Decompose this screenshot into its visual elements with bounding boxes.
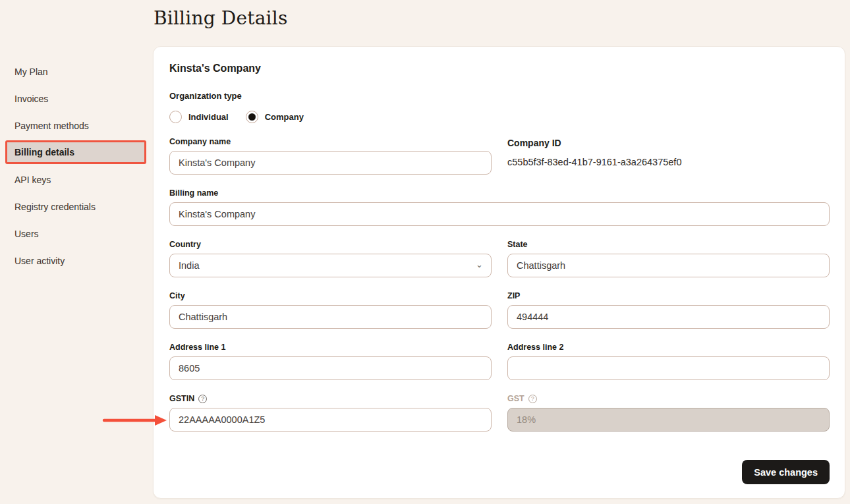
address-line-2-label: Address line 2 xyxy=(507,343,830,352)
billing-name-label: Billing name xyxy=(169,188,830,198)
country-select[interactable] xyxy=(169,254,492,277)
gst-label-text: GST xyxy=(507,394,524,403)
address-line-1-field-group: Address line 1 xyxy=(169,343,492,380)
radio-individual-icon[interactable] xyxy=(169,111,182,123)
state-input[interactable] xyxy=(507,254,830,277)
country-field-group: Country ⌄ xyxy=(169,240,492,277)
radio-company[interactable]: Company xyxy=(246,111,304,123)
state-label: State xyxy=(507,240,830,249)
sidebar-item-payment-methods[interactable]: Payment methods xyxy=(0,112,153,139)
billing-details-page: { "page": { "title": "Billing Details" }… xyxy=(0,0,850,504)
gst-input xyxy=(507,408,830,432)
help-icon[interactable]: ? xyxy=(198,395,207,403)
billing-details-card: Kinsta's Company Organization type Indiv… xyxy=(153,46,845,499)
sidebar-item-users[interactable]: Users xyxy=(0,220,153,247)
sidebar: My Plan Invoices Payment methods Billing… xyxy=(0,58,153,274)
sidebar-item-invoices[interactable]: Invoices xyxy=(0,85,153,112)
billing-name-input[interactable] xyxy=(169,202,830,226)
address-line-2-field-group: Address line 2 xyxy=(507,343,830,380)
sidebar-item-user-activity[interactable]: User activity xyxy=(0,247,153,274)
gstin-label-text: GSTIN xyxy=(169,394,194,403)
page-title: Billing Details xyxy=(154,7,288,29)
radio-individual[interactable]: Individual xyxy=(169,111,229,123)
save-changes-button[interactable]: Save changes xyxy=(742,460,830,484)
company-id-label: Company ID xyxy=(507,138,830,148)
organization-type-radio-group: Individual Company xyxy=(169,111,830,123)
city-field-group: City xyxy=(169,291,492,329)
company-heading: Kinsta's Company xyxy=(169,63,830,74)
address-line-2-input[interactable] xyxy=(507,356,830,380)
zip-input[interactable] xyxy=(507,305,830,329)
sidebar-item-api-keys[interactable]: API keys xyxy=(0,166,153,193)
company-id-group: Company ID c55b5f3f-83ed-41b7-9161-a3a26… xyxy=(507,137,830,175)
company-name-label: Company name xyxy=(169,137,492,146)
red-arrow-annotation-icon xyxy=(102,414,168,426)
gstin-label: GSTIN ? xyxy=(169,394,492,403)
sidebar-item-billing-details[interactable]: Billing details xyxy=(5,140,146,164)
billing-name-field-group: Billing name xyxy=(169,188,830,226)
organization-type-label: Organization type xyxy=(169,91,830,101)
help-icon[interactable]: ? xyxy=(528,395,537,403)
address-line-1-input[interactable] xyxy=(169,356,492,380)
state-field-group: State xyxy=(507,240,830,277)
sidebar-item-registry-credentials[interactable]: Registry credentials xyxy=(0,193,153,220)
gstin-input[interactable] xyxy=(169,408,492,432)
address-line-1-label: Address line 1 xyxy=(169,343,492,352)
card-footer: Save changes xyxy=(169,460,830,484)
sidebar-item-my-plan[interactable]: My Plan xyxy=(0,58,153,85)
radio-individual-label: Individual xyxy=(188,112,229,122)
country-label: Country xyxy=(169,240,492,249)
company-id-value: c55b5f3f-83ed-41b7-9161-a3a264375ef0 xyxy=(507,157,830,167)
company-name-input[interactable] xyxy=(169,151,492,175)
gst-label: GST ? xyxy=(507,394,830,403)
billing-form-grid: Company name Company ID c55b5f3f-83ed-41… xyxy=(169,137,830,432)
zip-label: ZIP xyxy=(507,291,830,300)
gst-field-group: GST ? xyxy=(507,394,830,432)
radio-company-label: Company xyxy=(265,112,304,122)
city-input[interactable] xyxy=(169,305,492,329)
company-name-field-group: Company name xyxy=(169,137,492,175)
radio-company-icon[interactable] xyxy=(246,111,258,123)
gstin-field-group: GSTIN ? xyxy=(169,394,492,432)
zip-field-group: ZIP xyxy=(507,291,830,329)
city-label: City xyxy=(169,291,492,300)
